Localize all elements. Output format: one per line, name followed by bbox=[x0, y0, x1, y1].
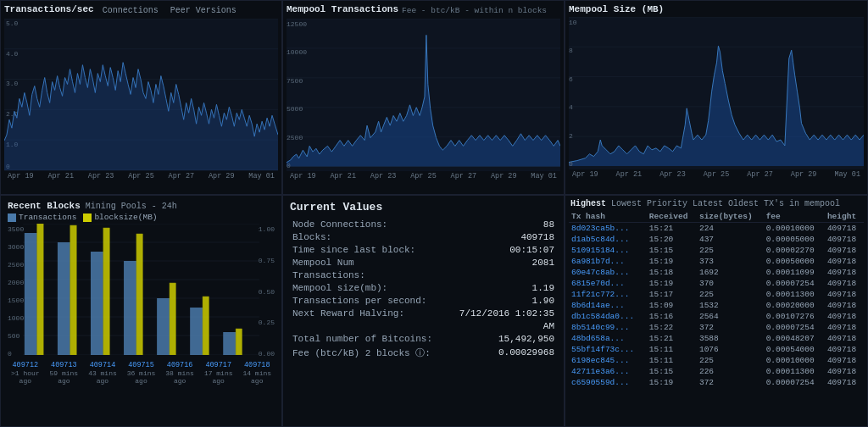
tx-hash[interactable]: 11f21c772... bbox=[569, 289, 647, 300]
tx-size: 373 bbox=[697, 256, 764, 267]
col-received: Received bbox=[647, 211, 697, 223]
tx-hash[interactable]: 6a981b7d... bbox=[569, 256, 647, 267]
tx-row: 11f21c772... 15:17 225 0.00011300 409718 bbox=[569, 289, 864, 300]
tx-table: Tx hash Received size(bytes) fee height … bbox=[569, 211, 864, 388]
tx-hash[interactable]: 55bf14f73c... bbox=[569, 344, 647, 355]
mempool-tab-oldest[interactable]: Oldest bbox=[726, 199, 760, 208]
tx-received: 15:21 bbox=[647, 223, 697, 235]
block-id-2[interactable]: 409714 bbox=[83, 361, 122, 369]
mempool-tx-subtitle: Fee - btc/kB - within n blocks bbox=[402, 6, 547, 15]
tx-height: 409718 bbox=[825, 234, 864, 245]
tx-hash[interactable]: d1ab5c84d... bbox=[569, 234, 647, 245]
cv-label-mempool-size: Mempool size(mb): bbox=[290, 281, 448, 294]
block-id-5[interactable]: 409717 bbox=[199, 361, 238, 369]
mempool-tab-txs[interactable]: TX's in mempool bbox=[762, 199, 842, 208]
transactions-panel: Transactions/sec Connections Peer Versio… bbox=[0, 0, 282, 195]
block-item-0: 409712 >1 hour ago bbox=[6, 361, 45, 385]
tx-hash[interactable]: 6198ec845... bbox=[569, 355, 647, 366]
block-id-3[interactable]: 409715 bbox=[122, 361, 161, 369]
block-item-6: 409718 14 mins ago bbox=[237, 361, 276, 385]
mempool-tab-latest[interactable]: Latest bbox=[691, 199, 725, 208]
col-size: size(bytes) bbox=[697, 211, 764, 223]
recent-blocks-panel: Recent Blocks Mining Pools - 24h Transac… bbox=[0, 195, 282, 427]
tx-hash[interactable]: 60e47c8ab... bbox=[569, 267, 647, 278]
tx-size: 225 bbox=[697, 289, 764, 300]
mempool-tab-priority[interactable]: Priority bbox=[645, 199, 689, 208]
tx-fee: 0.00007254 bbox=[764, 278, 825, 289]
tx-received: 15:09 bbox=[647, 300, 697, 311]
cv-value-total-btc: 15,492,950 bbox=[448, 332, 557, 345]
transactions-chart: 5.0 4.0 3.0 2.0 1.0 0 bbox=[4, 19, 278, 171]
cv-row-time: Time since last block: 00:15:07 bbox=[290, 243, 557, 256]
tx-received: 15:17 bbox=[647, 289, 697, 300]
col-hash: Tx hash bbox=[569, 211, 647, 223]
svg-marker-12 bbox=[4, 63, 278, 170]
block-time-2: 43 mins ago bbox=[83, 369, 122, 385]
y-label-10: 10 bbox=[569, 19, 577, 26]
tx-height: 409718 bbox=[825, 344, 864, 355]
svg-rect-47 bbox=[223, 332, 236, 355]
tx-row: 8b6d14ae... 15:09 1532 0.00020000 409718 bbox=[569, 300, 864, 311]
tx-hash[interactable]: 6815e70d... bbox=[569, 278, 647, 289]
mempool-size-title: Mempool Size (MB) bbox=[569, 4, 664, 14]
tx-height: 409718 bbox=[825, 333, 864, 344]
tx-row: 60e47c8ab... 15:18 1692 0.00011099 40971… bbox=[569, 267, 864, 278]
tx-size: 372 bbox=[697, 322, 764, 333]
block-id-4[interactable]: 409716 bbox=[160, 361, 199, 369]
block-id-1[interactable]: 409713 bbox=[45, 361, 84, 369]
legend-blocksize-label: blocksize(MB) bbox=[94, 213, 157, 222]
cv-value-blocks[interactable]: 409718 bbox=[448, 230, 557, 243]
cv-row-halving: Next Reward Halving: 7/12/2016 1:02:35 bbox=[290, 307, 557, 319]
mempool-tab-highest[interactable]: Highest bbox=[569, 199, 608, 208]
mempool-tx-title: Mempool Transactions bbox=[287, 4, 398, 14]
transactions-title: Transactions/sec bbox=[4, 4, 94, 14]
mempool-tab-lowest[interactable]: Lowest bbox=[609, 199, 643, 208]
tx-fee: 0.00048207 bbox=[764, 333, 825, 344]
cv-value-tx-per-sec: 1.90 bbox=[448, 294, 557, 307]
tx-size: 226 bbox=[697, 366, 764, 377]
tx-hash[interactable]: 48bd658a... bbox=[569, 333, 647, 344]
svg-rect-41 bbox=[124, 261, 136, 355]
tx-size: 370 bbox=[697, 278, 764, 289]
tx-hash[interactable]: 8b6d14ae... bbox=[569, 300, 647, 311]
tx-height: 409718 bbox=[825, 223, 864, 235]
y-label-5000: 5000 bbox=[287, 105, 307, 113]
block-item-3: 409715 36 mins ago bbox=[122, 361, 161, 385]
tx-size: 372 bbox=[697, 377, 764, 388]
cv-label-total-btc: Total number of Bitcoins: bbox=[290, 332, 448, 345]
mempool-size-x-axis: Apr 19 Apr 21 Apr 23 Apr 25 Apr 27 Apr 2… bbox=[569, 170, 864, 179]
transactions-x-axis: Apr 19 Apr 21 Apr 23 Apr 25 Apr 27 Apr 2… bbox=[4, 172, 278, 180]
tx-size: 225 bbox=[697, 245, 764, 256]
tx-height: 409718 bbox=[825, 289, 864, 300]
tx-hash[interactable]: 510915184... bbox=[569, 245, 647, 256]
tx-row: db1c584da0... 15:16 2564 0.00107276 4097… bbox=[569, 311, 864, 322]
block-id-6[interactable]: 409718 bbox=[237, 361, 276, 369]
cv-row-halving-am: AM bbox=[290, 319, 557, 332]
tx-hash[interactable]: db1c584da0... bbox=[569, 311, 647, 322]
cv-value-halving: 7/12/2016 1:02:35 bbox=[448, 307, 557, 319]
legend-transactions-label: Transactions bbox=[19, 213, 76, 222]
tx-fee: 0.00010000 bbox=[764, 355, 825, 366]
tx-hash[interactable]: 42711e3a6... bbox=[569, 366, 647, 377]
legend-blocksize: blocksize(MB) bbox=[83, 213, 157, 222]
tx-fee: 0.00007254 bbox=[764, 322, 825, 333]
tx-fee: 0.00054000 bbox=[764, 344, 825, 355]
tx-size: 2564 bbox=[697, 311, 764, 322]
mining-pools-tab[interactable]: Mining Pools - 24h bbox=[82, 202, 181, 211]
tx-row: 42711e3a6... 15:15 226 0.00011300 409718 bbox=[569, 366, 864, 377]
y-label-0b: 0 bbox=[569, 160, 577, 168]
tab-connections[interactable]: Connections bbox=[99, 6, 162, 15]
block-id-0[interactable]: 409712 bbox=[6, 361, 45, 369]
mempool-size-svg bbox=[569, 17, 864, 166]
tx-row: d1ab5c84d... 15:20 437 0.00005000 409718 bbox=[569, 234, 864, 245]
tab-peer-versions[interactable]: Peer Versions bbox=[167, 6, 240, 15]
y-label-0: 0 bbox=[287, 162, 307, 169]
tx-row: 48bd658a... 15:21 3588 0.00048207 409718 bbox=[569, 333, 864, 344]
tx-hash[interactable]: 8b5140c99... bbox=[569, 322, 647, 333]
tx-size: 224 bbox=[697, 223, 764, 235]
tx-received: 15:19 bbox=[647, 377, 697, 388]
tx-hash[interactable]: 8d023ca5b... bbox=[569, 223, 647, 235]
tx-hash[interactable]: c6590559d... bbox=[569, 377, 647, 388]
block-item-1: 409713 59 mins ago bbox=[45, 361, 84, 385]
mempool-tx-svg bbox=[287, 19, 560, 167]
